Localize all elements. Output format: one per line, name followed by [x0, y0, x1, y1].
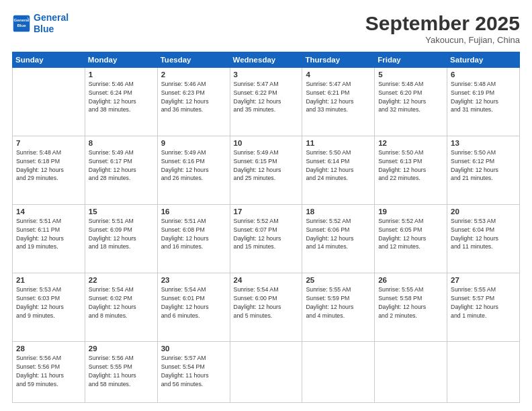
day-number: 19 [378, 208, 443, 216]
page: General Blue General Blue September 2025… [0, 0, 532, 411]
logo: General Blue General Blue [12, 12, 69, 35]
svg-text:General: General [14, 17, 30, 22]
cell-info: Sunrise: 5:47 AM Sunset: 6:22 PM Dayligh… [234, 80, 299, 114]
calendar-cell: 4Sunrise: 5:47 AM Sunset: 6:21 PM Daylig… [302, 68, 375, 136]
col-header-friday: Friday [375, 52, 447, 68]
calendar-cell: 21Sunrise: 5:53 AM Sunset: 6:03 PM Dayli… [13, 273, 85, 342]
calendar-cell [302, 342, 375, 403]
cell-info: Sunrise: 5:49 AM Sunset: 6:16 PM Dayligh… [161, 148, 226, 183]
calendar-cell [447, 342, 520, 403]
calendar-cell: 8Sunrise: 5:49 AM Sunset: 6:17 PM Daylig… [85, 136, 157, 205]
calendar-cell: 29Sunrise: 5:56 AM Sunset: 5:55 PM Dayli… [85, 342, 157, 403]
calendar-cell: 13Sunrise: 5:50 AM Sunset: 6:12 PM Dayli… [447, 136, 520, 205]
calendar-cell: 3Sunrise: 5:47 AM Sunset: 6:22 PM Daylig… [230, 68, 302, 136]
cell-info: Sunrise: 5:57 AM Sunset: 5:54 PM Dayligh… [161, 354, 226, 388]
day-number: 17 [234, 208, 299, 216]
col-header-tuesday: Tuesday [157, 52, 230, 68]
week-row-1: 1Sunrise: 5:46 AM Sunset: 6:24 PM Daylig… [13, 68, 520, 136]
header-row: SundayMondayTuesdayWednesdayThursdayFrid… [13, 52, 520, 68]
day-number: 13 [451, 139, 516, 147]
cell-info: Sunrise: 5:46 AM Sunset: 6:24 PM Dayligh… [89, 80, 154, 114]
cell-info: Sunrise: 5:54 AM Sunset: 6:01 PM Dayligh… [161, 285, 226, 320]
day-number: 2 [161, 71, 226, 79]
calendar-cell [13, 68, 85, 136]
calendar-cell: 2Sunrise: 5:46 AM Sunset: 6:23 PM Daylig… [157, 68, 230, 136]
cell-info: Sunrise: 5:53 AM Sunset: 6:04 PM Dayligh… [451, 217, 516, 251]
calendar-cell: 16Sunrise: 5:51 AM Sunset: 6:08 PM Dayli… [157, 205, 230, 273]
calendar-cell: 5Sunrise: 5:48 AM Sunset: 6:20 PM Daylig… [375, 68, 447, 136]
day-number: 25 [306, 276, 371, 284]
day-number: 24 [234, 276, 299, 284]
calendar-cell: 18Sunrise: 5:52 AM Sunset: 6:06 PM Dayli… [302, 205, 375, 273]
cell-info: Sunrise: 5:51 AM Sunset: 6:09 PM Dayligh… [89, 217, 154, 251]
day-number: 5 [378, 71, 443, 79]
calendar-cell: 20Sunrise: 5:53 AM Sunset: 6:04 PM Dayli… [447, 205, 520, 273]
calendar-cell: 26Sunrise: 5:55 AM Sunset: 5:58 PM Dayli… [375, 273, 447, 342]
cell-info: Sunrise: 5:56 AM Sunset: 5:56 PM Dayligh… [16, 354, 81, 388]
cell-info: Sunrise: 5:56 AM Sunset: 5:55 PM Dayligh… [89, 354, 154, 388]
day-number: 30 [161, 345, 226, 353]
day-number: 6 [451, 71, 516, 79]
day-number: 26 [378, 276, 443, 284]
cell-info: Sunrise: 5:54 AM Sunset: 6:00 PM Dayligh… [234, 285, 299, 320]
logo-text: General Blue [34, 12, 69, 35]
day-number: 11 [306, 139, 371, 147]
cell-info: Sunrise: 5:55 AM Sunset: 5:57 PM Dayligh… [451, 285, 516, 320]
calendar-cell: 27Sunrise: 5:55 AM Sunset: 5:57 PM Dayli… [447, 273, 520, 342]
day-number: 28 [16, 345, 81, 353]
cell-info: Sunrise: 5:46 AM Sunset: 6:23 PM Dayligh… [161, 80, 226, 114]
cell-info: Sunrise: 5:47 AM Sunset: 6:21 PM Dayligh… [306, 80, 371, 114]
day-number: 1 [89, 71, 154, 79]
week-row-4: 21Sunrise: 5:53 AM Sunset: 6:03 PM Dayli… [13, 273, 520, 342]
cell-info: Sunrise: 5:53 AM Sunset: 6:03 PM Dayligh… [16, 285, 81, 320]
calendar-cell: 14Sunrise: 5:51 AM Sunset: 6:11 PM Dayli… [13, 205, 85, 273]
calendar-cell: 19Sunrise: 5:52 AM Sunset: 6:05 PM Dayli… [375, 205, 447, 273]
day-number: 14 [16, 208, 81, 216]
cell-info: Sunrise: 5:48 AM Sunset: 6:18 PM Dayligh… [16, 148, 81, 183]
calendar-cell: 22Sunrise: 5:54 AM Sunset: 6:02 PM Dayli… [85, 273, 157, 342]
day-number: 3 [234, 71, 299, 79]
calendar-cell: 28Sunrise: 5:56 AM Sunset: 5:56 PM Dayli… [13, 342, 85, 403]
calendar-table: SundayMondayTuesdayWednesdayThursdayFrid… [12, 52, 520, 403]
cell-info: Sunrise: 5:48 AM Sunset: 6:20 PM Dayligh… [378, 80, 443, 114]
col-header-monday: Monday [85, 52, 157, 68]
day-number: 29 [89, 345, 154, 353]
calendar-cell: 10Sunrise: 5:49 AM Sunset: 6:15 PM Dayli… [230, 136, 302, 205]
day-number: 9 [161, 139, 226, 147]
cell-info: Sunrise: 5:52 AM Sunset: 6:07 PM Dayligh… [234, 217, 299, 251]
location-subtitle: Yakoucun, Fujian, China [365, 35, 520, 45]
cell-info: Sunrise: 5:48 AM Sunset: 6:19 PM Dayligh… [451, 80, 516, 114]
calendar-cell: 24Sunrise: 5:54 AM Sunset: 6:00 PM Dayli… [230, 273, 302, 342]
calendar-cell: 23Sunrise: 5:54 AM Sunset: 6:01 PM Dayli… [157, 273, 230, 342]
calendar-cell: 15Sunrise: 5:51 AM Sunset: 6:09 PM Dayli… [85, 205, 157, 273]
cell-info: Sunrise: 5:52 AM Sunset: 6:06 PM Dayligh… [306, 217, 371, 251]
cell-info: Sunrise: 5:49 AM Sunset: 6:15 PM Dayligh… [234, 148, 299, 183]
calendar-cell: 12Sunrise: 5:50 AM Sunset: 6:13 PM Dayli… [375, 136, 447, 205]
cell-info: Sunrise: 5:54 AM Sunset: 6:02 PM Dayligh… [89, 285, 154, 320]
col-header-thursday: Thursday [302, 52, 375, 68]
calendar-cell: 30Sunrise: 5:57 AM Sunset: 5:54 PM Dayli… [157, 342, 230, 403]
title-block: September 2025 Yakoucun, Fujian, China [365, 12, 520, 45]
cell-info: Sunrise: 5:55 AM Sunset: 5:58 PM Dayligh… [378, 285, 443, 320]
day-number: 8 [89, 139, 154, 147]
day-number: 27 [451, 276, 516, 284]
calendar-cell: 6Sunrise: 5:48 AM Sunset: 6:19 PM Daylig… [447, 68, 520, 136]
calendar-cell [375, 342, 447, 403]
week-row-5: 28Sunrise: 5:56 AM Sunset: 5:56 PM Dayli… [13, 342, 520, 403]
day-number: 20 [451, 208, 516, 216]
header: General Blue General Blue September 2025… [12, 12, 520, 45]
calendar-cell: 11Sunrise: 5:50 AM Sunset: 6:14 PM Dayli… [302, 136, 375, 205]
cell-info: Sunrise: 5:50 AM Sunset: 6:14 PM Dayligh… [306, 148, 371, 183]
week-row-2: 7Sunrise: 5:48 AM Sunset: 6:18 PM Daylig… [13, 136, 520, 205]
cell-info: Sunrise: 5:52 AM Sunset: 6:05 PM Dayligh… [378, 217, 443, 251]
day-number: 16 [161, 208, 226, 216]
day-number: 4 [306, 71, 371, 79]
logo-icon: General Blue [12, 14, 31, 33]
cell-info: Sunrise: 5:51 AM Sunset: 6:08 PM Dayligh… [161, 217, 226, 251]
month-title: September 2025 [365, 12, 520, 35]
col-header-sunday: Sunday [13, 52, 85, 68]
cell-info: Sunrise: 5:50 AM Sunset: 6:13 PM Dayligh… [378, 148, 443, 183]
svg-text:Blue: Blue [17, 23, 26, 28]
day-number: 18 [306, 208, 371, 216]
day-number: 10 [234, 139, 299, 147]
